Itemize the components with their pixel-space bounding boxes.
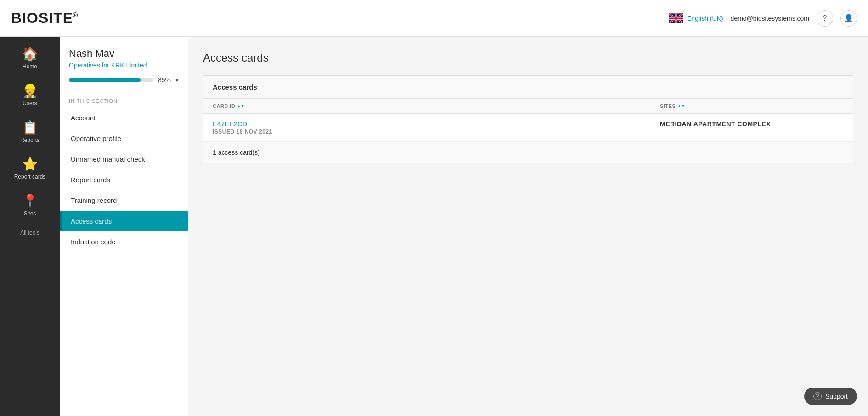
left-nav: 🏠 Home 👷 Users 📋 Reports ⭐ Report cards … xyxy=(0,37,60,416)
progress-bar-background xyxy=(69,78,153,82)
header: BIOSITE® English (UK) demo@biositesystem… xyxy=(0,0,868,37)
nav-label-sites: Sites xyxy=(24,210,36,217)
header-right: English (UK) demo@biositesystems.com ? 👤 xyxy=(669,10,857,27)
home-icon: 🏠 xyxy=(22,48,38,61)
progress-container: 85% ▾ xyxy=(69,76,179,84)
report-cards-icon: ⭐ xyxy=(22,158,38,171)
nav-label-reports: Reports xyxy=(20,137,39,143)
main-layout: 🏠 Home 👷 Users 📋 Reports ⭐ Report cards … xyxy=(0,37,868,416)
support-button[interactable]: ? Support xyxy=(804,388,857,405)
progress-bar-fill xyxy=(69,78,141,82)
language-label[interactable]: English (UK) xyxy=(687,15,723,22)
card-id-cell: e47ee2cd Issued 18 Nov 2021 xyxy=(213,120,660,135)
nav-label-report-cards: Report cards xyxy=(14,174,46,180)
uk-flag-icon xyxy=(669,13,683,23)
card-issued-date: Issued 18 Nov 2021 xyxy=(213,129,272,135)
sidebar-item-sites[interactable]: 📍 Sites xyxy=(0,187,60,224)
sidebar-nav-training-record[interactable]: Training record xyxy=(60,190,188,211)
sidebar-nav-report-cards[interactable]: Report cards xyxy=(60,169,188,190)
card-id-link[interactable]: e47ee2cd xyxy=(213,120,248,128)
progress-percentage: 85% xyxy=(158,76,171,84)
sort-sites-icon[interactable]: ▲▼ xyxy=(677,104,685,108)
section-label: IN THIS SECTION xyxy=(60,91,188,107)
sidebar-item-users[interactable]: 👷 Users xyxy=(0,77,60,114)
col-header-sites[interactable]: SITES ▲▼ xyxy=(660,103,844,109)
sidebar-nav-access-cards[interactable]: Access cards xyxy=(60,211,188,231)
sidebar-header: Nash Mav Operatives for KRK Limited 85% … xyxy=(60,37,188,91)
sidebar-nav-operative-profile[interactable]: Operative profile xyxy=(60,128,188,149)
sidebar-item-report-cards[interactable]: ⭐ Report cards xyxy=(0,151,60,187)
access-cards-section: Access cards CARD ID ▲▼ SITES ▲▼ e47ee2c… xyxy=(203,75,853,163)
nav-label-home: Home xyxy=(23,63,37,70)
table-row: e47ee2cd Issued 18 Nov 2021 Meridan Apar… xyxy=(203,114,853,142)
user-menu-button[interactable]: 👤 xyxy=(840,10,857,27)
help-button[interactable]: ? xyxy=(817,10,833,27)
sidebar: Nash Mav Operatives for KRK Limited 85% … xyxy=(60,37,188,416)
card-sites-cell: Meridan Apartment Complex xyxy=(660,120,844,128)
col-header-card-id[interactable]: CARD ID ▲▼ xyxy=(213,103,660,109)
sidebar-nav-unnamed-manual-check[interactable]: Unnamed manual check xyxy=(60,149,188,169)
sidebar-nav-account[interactable]: Account xyxy=(60,107,188,128)
users-icon: 👷 xyxy=(22,84,38,97)
section-header: Access cards xyxy=(203,76,853,99)
table-header: CARD ID ▲▼ SITES ▲▼ xyxy=(203,99,853,114)
logo: BIOSITE® xyxy=(11,10,78,27)
sort-card-id-icon[interactable]: ▲▼ xyxy=(237,104,245,108)
support-icon: ? xyxy=(813,392,822,400)
progress-chevron-icon[interactable]: ▾ xyxy=(175,76,179,84)
nav-label-users: Users xyxy=(23,100,37,107)
all-tools-link[interactable]: All tools xyxy=(17,224,43,242)
sidebar-item-reports[interactable]: 📋 Reports xyxy=(0,114,60,151)
sidebar-item-home[interactable]: 🏠 Home xyxy=(0,40,60,77)
sidebar-nav-induction-code[interactable]: Induction code xyxy=(60,231,188,252)
language-selector[interactable]: English (UK) xyxy=(669,13,723,23)
user-email: demo@biositesystems.com xyxy=(731,15,809,22)
support-label: Support xyxy=(825,393,848,400)
page-title: Access cards xyxy=(203,51,853,64)
content-area: Access cards Access cards CARD ID ▲▼ SIT… xyxy=(188,37,868,416)
sites-icon: 📍 xyxy=(22,195,38,208)
operative-subtitle: Operatives for KRK Limited xyxy=(69,62,179,69)
reports-icon: 📋 xyxy=(22,121,38,134)
operative-name: Nash Mav xyxy=(69,48,179,60)
access-count: 1 access card(s) xyxy=(203,142,853,163)
